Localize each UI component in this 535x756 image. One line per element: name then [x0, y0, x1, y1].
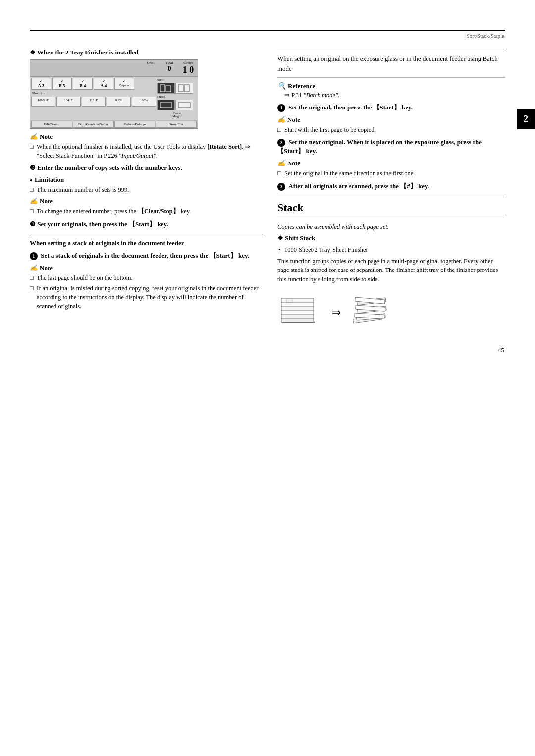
shift-stack-label: Shift Stack	[285, 234, 315, 242]
svg-rect-5	[178, 103, 190, 108]
ui-paper-b5: ↙B 5	[52, 78, 72, 90]
step-3-num: ❸	[30, 220, 36, 228]
subsection-finisher-label: When the 2 Tray Finisher is installed	[37, 49, 138, 56]
ui-total-label: Total	[162, 61, 177, 65]
ui-paper-a4: ↙A 4	[94, 78, 113, 90]
ui-punch-label: Punch:	[157, 95, 197, 99]
note-icon-b1: ✍	[277, 116, 285, 124]
note-icon-1: ✍	[30, 133, 38, 141]
ui-inner: Orig. Total 0 Copies 1 0	[30, 60, 198, 128]
stack-image-left	[277, 294, 322, 331]
content-area: When the 2 Tray Finisher is installed Or…	[0, 49, 535, 336]
stack-icon	[177, 84, 191, 93]
reference-text: ⇒ P.31 "Batch mode".	[277, 91, 505, 99]
limitation-title: Limitation	[30, 176, 263, 184]
ui-top-bar: Orig. Total 0 Copies 1 0	[30, 60, 198, 77]
svg-rect-3	[184, 85, 189, 92]
step-b2-text: Set the next original. When it is placed…	[277, 138, 482, 155]
note-block-3: ✍ Note The last page should be on the bo…	[30, 264, 263, 311]
note-block-b2: ✍ Note Set the original in the same dire…	[277, 160, 505, 178]
left-column: When the 2 Tray Finisher is installed Or…	[30, 49, 263, 336]
ui-punch-btn2	[175, 100, 193, 110]
punch-icon1	[159, 101, 173, 109]
ui-screenshot: Orig. Total 0 Copies 1 0	[30, 59, 198, 129]
stack-arrow: ⇒	[332, 306, 341, 319]
svg-rect-2	[178, 85, 183, 92]
step-b1-text: Set the original, then press the 【Start】…	[288, 104, 413, 111]
right-intro-text: When setting an original on the exposure…	[277, 54, 505, 73]
reference-block: 🔍 Reference ⇒ P.31 "Batch mode".	[277, 82, 505, 99]
right-divider-top	[277, 49, 505, 49]
note-item-2-1: To change the entered number, press the …	[30, 207, 263, 216]
note-label-3: Note	[40, 264, 53, 272]
reference-icon: 🔍	[277, 82, 286, 90]
limitation-block: Limitation The maximum number of sets is…	[30, 176, 263, 194]
punch-icon2	[177, 101, 191, 109]
note-label-2: Note	[40, 197, 53, 205]
ui-copies-col: Copies 1 0	[181, 61, 196, 75]
ui-copies-label: Copies	[181, 61, 196, 65]
note-title-3: ✍ Note	[30, 264, 263, 272]
step-b2-block: 2 Set the next original. When it is plac…	[277, 138, 505, 156]
ui-func-2: 104+E	[56, 97, 81, 107]
ui-left-panel: ↙A 3 ↙B 5 ↙B 4 ↙A 4 ↙Bypass Photo fn: 10…	[31, 78, 156, 119]
note-icon-2: ✍	[30, 197, 38, 205]
note-block-b1: ✍ Note Start with the first page to be c…	[277, 116, 505, 134]
page-number: 45	[0, 346, 535, 354]
shift-stack-desc: This function groups copies of each page…	[277, 257, 505, 284]
note-label-1: Note	[40, 133, 53, 141]
note-item-b1-1: Start with the first page to be copied.	[277, 125, 505, 134]
step-3-block: ❸ Set your originals, then press the 【St…	[30, 220, 263, 229]
ui-right-panel: Sort:	[157, 78, 197, 119]
ui-create-margin: CreateMargin	[157, 112, 197, 118]
ui-paper-row: ↙A 3 ↙B 5 ↙B 4 ↙A 4 ↙Bypass	[31, 78, 156, 90]
ui-middle: ↙A 3 ↙B 5 ↙B 4 ↙A 4 ↙Bypass Photo fn: 10…	[30, 77, 198, 120]
shift-stack-title: Shift Stack	[277, 234, 505, 242]
note-block-2: ✍ Note To change the entered number, pre…	[30, 197, 263, 216]
ui-orig-label: Orig.	[143, 61, 158, 65]
note-title-b1: ✍ Note	[277, 116, 505, 124]
step-2-text: Enter the number of copy sets with the n…	[37, 164, 182, 171]
ui-punch-btn1	[157, 100, 175, 110]
ui-btn-dup: Dup./Combine/Series	[73, 121, 114, 128]
step-2-num: ❷	[30, 164, 36, 171]
ui-btn-edit: Edit/Stamp	[31, 121, 72, 128]
stack-divider-2	[277, 217, 505, 217]
reference-title: 🔍 Reference	[277, 82, 505, 90]
right-divider-2	[277, 77, 505, 78]
svg-rect-4	[160, 103, 172, 108]
step-2-block: ❷ Enter the number of copy sets with the…	[30, 164, 263, 172]
fanned-stack-svg	[351, 294, 395, 331]
limitation-item-1: The maximum number of sets is 999.	[30, 185, 263, 194]
ui-bottom-bar: Edit/Stamp Dup./Combine/Series Reduce/En…	[30, 120, 198, 128]
ui-sort-btn-active	[157, 83, 175, 94]
stack-title: Stack	[277, 201, 505, 214]
stack-images: ⇒	[277, 289, 505, 336]
note-title-2: ✍ Note	[30, 197, 263, 205]
ui-paper-a3: ↙A 3	[31, 78, 51, 90]
stack-italic: Copies can be assembled with each page s…	[277, 222, 505, 231]
step-b2-circle: 2	[277, 139, 285, 147]
step-3-text: Set your originals, then press the 【Star…	[37, 220, 168, 228]
ui-paper-bypass: ↙Bypass	[114, 78, 134, 90]
ui-paper-b4: ↙B 4	[73, 78, 93, 90]
note-item-3-2: If an original is misfed during sorted c…	[30, 284, 263, 311]
ui-btn-store: Store File	[156, 121, 197, 128]
note-title-b2: ✍ Note	[277, 160, 505, 167]
ui-orig-val	[143, 65, 158, 73]
doc-feeder-label: When setting a stack of originals in the…	[30, 239, 263, 247]
page: Sort/Stack/Staple 2 When the 2 Tray Fini…	[0, 0, 535, 756]
note-title-1: ✍ Note	[30, 133, 263, 141]
chapter-tab: 2	[517, 109, 535, 129]
svg-rect-1	[166, 86, 171, 92]
svg-rect-0	[160, 85, 165, 92]
ui-sort-row1	[157, 83, 197, 94]
ui-punch-row	[157, 100, 197, 110]
step-b1-circle: 1	[277, 104, 285, 112]
subsection-finisher-title: When the 2 Tray Finisher is installed	[30, 49, 263, 56]
step-a1-block: 1 Set a stack of originals in the docume…	[30, 251, 263, 260]
ui-btn-reduce: Reduce/Enlarge	[114, 121, 156, 128]
ui-photo-label: Photo fn:	[31, 91, 156, 96]
step-b1-block: 1 Set the original, then press the 【Star…	[277, 103, 505, 112]
shift-stack-item-1: 1000-Sheet/2 Tray-Sheet Finisher	[277, 245, 505, 254]
